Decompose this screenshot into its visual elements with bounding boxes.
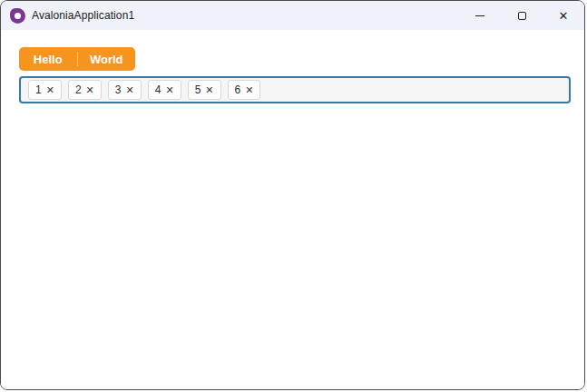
chip[interactable]: 5 ✕ (188, 80, 221, 100)
content-area: Hello World 1 ✕ 2 ✕ 3 ✕ 4 ✕ 5 ✕ (1, 30, 584, 390)
maximize-icon (518, 12, 526, 20)
chip-label: 5 (195, 83, 201, 96)
chip[interactable]: 1 ✕ (28, 80, 62, 100)
chip[interactable]: 4 ✕ (148, 80, 181, 100)
chip-label: 3 (115, 83, 122, 96)
tab-world[interactable]: World (78, 47, 136, 71)
chip[interactable]: 2 ✕ (68, 80, 102, 100)
chip-label: 2 (75, 83, 82, 96)
close-icon: ✕ (559, 10, 569, 22)
chip-remove-icon[interactable]: ✕ (205, 85, 213, 95)
chip-label: 1 (35, 83, 42, 96)
chip-label: 6 (235, 83, 241, 96)
app-window: AvaloniaApplication1 ✕ Hello World 1 ✕ (0, 0, 585, 390)
avalonia-logo-icon (10, 8, 25, 24)
chip-remove-icon[interactable]: ✕ (126, 85, 134, 95)
chip-label: 4 (155, 83, 161, 96)
chip-remove-icon[interactable]: ✕ (245, 85, 253, 95)
window-title: AvaloniaApplication1 (32, 9, 134, 22)
minimize-icon (475, 15, 484, 16)
chip-remove-icon[interactable]: ✕ (165, 85, 173, 95)
tab-strip: Hello World (19, 47, 135, 71)
close-button[interactable]: ✕ (543, 1, 584, 30)
minimize-button[interactable] (459, 1, 501, 30)
chips-container[interactable]: 1 ✕ 2 ✕ 3 ✕ 4 ✕ 5 ✕ 6 ✕ (19, 76, 571, 103)
window-controls: ✕ (459, 1, 584, 30)
chip[interactable]: 3 ✕ (108, 80, 142, 100)
title-bar[interactable]: AvaloniaApplication1 ✕ (1, 1, 584, 30)
chip-remove-icon[interactable]: ✕ (46, 85, 54, 95)
maximize-button[interactable] (501, 1, 543, 30)
chip-remove-icon[interactable]: ✕ (86, 85, 94, 95)
chip[interactable]: 6 ✕ (228, 80, 261, 100)
tab-hello[interactable]: Hello (19, 47, 77, 71)
